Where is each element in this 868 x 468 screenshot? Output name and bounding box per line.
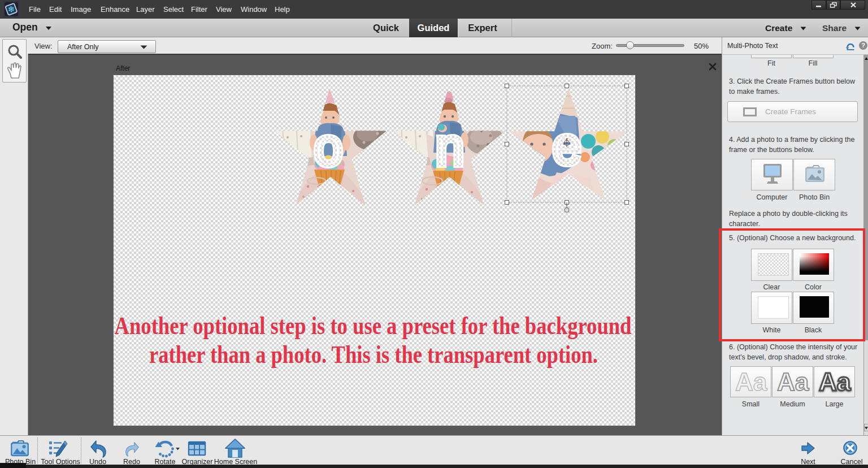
svg-text:Aa: Aa — [819, 368, 851, 396]
svg-text:Aa: Aa — [777, 368, 809, 396]
svg-text:o: o — [314, 118, 342, 176]
svg-text:n: n — [436, 118, 464, 176]
svg-text:rather than a photo. This is t: rather than a photo. This is the transpa… — [149, 341, 598, 369]
svg-text:Aa: Aa — [735, 368, 767, 396]
svg-text:Another optional step is to us: Another optional step is to use a preset… — [115, 312, 632, 340]
